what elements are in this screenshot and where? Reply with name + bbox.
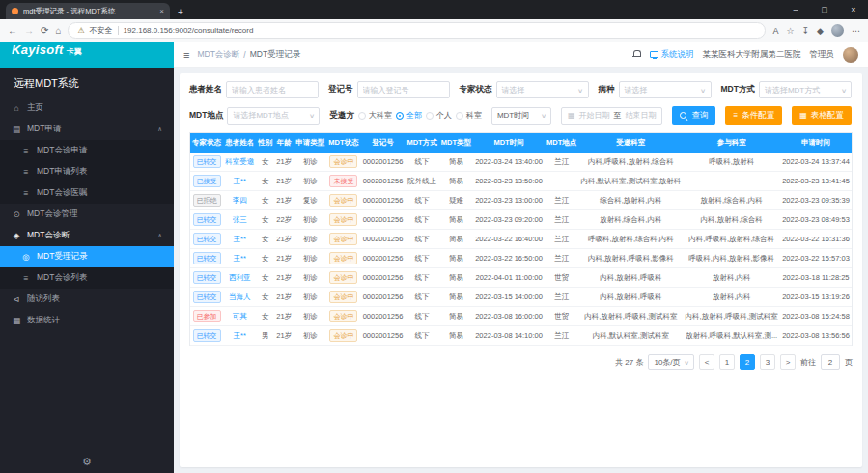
cell-mdt-mode: 线下: [405, 307, 438, 326]
browser-tab[interactable]: mdt受理记录 - 远程MDT系统 ×: [6, 3, 170, 19]
patient-name-link[interactable]: 可其: [233, 312, 247, 320]
next-page-button[interactable]: >: [780, 354, 796, 370]
sidebar-item-mdt-consult-order[interactable]: ≡ MDT会诊医嘱: [0, 182, 174, 204]
patient-name-link[interactable]: 王**: [233, 254, 245, 263]
settings-gear-icon[interactable]: ⚙: [82, 456, 92, 468]
page-button-2[interactable]: 2: [740, 354, 755, 370]
refresh-icon[interactable]: ⟳: [41, 25, 48, 36]
table-header-row: 专家状态患者姓名性别年龄申请类型MDT状态登记号MDT方式MDT类型MDT时间M…: [190, 133, 852, 153]
cell-mdt-place: [545, 172, 578, 191]
cell-apply-type: 初诊: [294, 172, 326, 191]
breadcrumb: MDT会诊断 / MDT受理记录: [197, 49, 300, 61]
tab-favicon-icon: [12, 8, 18, 14]
cell-age: 21岁: [274, 326, 294, 346]
cell-mdt-status: 会诊中: [326, 153, 360, 172]
status-badge: 会诊中: [329, 213, 357, 226]
page-button-1[interactable]: 1: [719, 354, 735, 370]
menu-fold-icon[interactable]: ≡: [183, 49, 189, 61]
minimize-button[interactable]: –: [781, 0, 810, 19]
cell-mdt-status: 会诊中: [326, 230, 360, 249]
extensions-icon[interactable]: ◆: [817, 26, 824, 36]
browser-menu-icon[interactable]: ⋯: [852, 26, 860, 36]
cell-participating-depts: [683, 172, 780, 191]
column-header: 受邀科室: [578, 133, 683, 153]
tab-close-icon[interactable]: ×: [159, 7, 164, 15]
favorites-star-icon[interactable]: ☆: [786, 26, 794, 36]
expert-status-select[interactable]: 请选择 ∨: [496, 81, 589, 98]
radio-icon: [426, 112, 434, 120]
cell-gender: 男: [256, 326, 274, 346]
cell-expert-status: 已转交: [190, 210, 223, 230]
read-aloud-icon[interactable]: A: [772, 26, 778, 36]
cell-mdt-place: 兰江: [545, 153, 578, 172]
table-row: 已参加可其女21岁初诊会诊中0002001256线下简易2022-03-08 1…: [190, 307, 852, 326]
radio-personal[interactable]: 个人: [426, 110, 452, 121]
sidebar-item-statistics[interactable]: ▦ 数据统计: [0, 310, 174, 331]
sidebar-item-mdt-diagnose[interactable]: ◈ MDT会诊断 ∧: [0, 225, 174, 246]
radio-all[interactable]: 全部: [396, 110, 422, 121]
cell-register-no: 0002001256: [361, 153, 406, 172]
forward-icon[interactable]: →: [24, 25, 34, 36]
prev-page-button[interactable]: <: [699, 354, 714, 370]
back-icon[interactable]: ←: [8, 25, 17, 36]
patient-name-link[interactable]: 科室受邀: [225, 157, 254, 166]
goto-page-input[interactable]: [821, 354, 840, 370]
system-help-link[interactable]: 系统说明: [650, 49, 694, 61]
page-size-select[interactable]: 10条/页 ∨: [648, 354, 694, 370]
browser-home-icon[interactable]: ⌂: [55, 25, 61, 36]
radio-big-department[interactable]: 大科室: [358, 110, 392, 121]
browser-profile-avatar[interactable]: [831, 24, 844, 37]
sidebar-item-mdt-consult-apply[interactable]: ≡ MDT会诊申请: [0, 140, 174, 161]
sidebar-item-home[interactable]: ⌂ 主页: [0, 97, 174, 119]
condition-config-button[interactable]: ≡ 条件配置: [725, 106, 782, 125]
sidebar-item-mdt-consult-list[interactable]: ≡ MDT会诊列表: [0, 267, 174, 289]
table-config-button[interactable]: ▦ 表格配置: [792, 106, 852, 125]
sidebar-item-mdt-apply-list[interactable]: ≡ MDT申请列表: [0, 161, 174, 182]
patient-name-link[interactable]: 李四: [233, 196, 247, 205]
cell-register-no: 0002001256: [361, 268, 406, 288]
patient-name-link[interactable]: 王**: [233, 235, 245, 243]
cell-name: 当海人: [223, 288, 256, 307]
cell-apply-time: 2022-03-23 13:41:45: [780, 172, 852, 191]
patient-name-input[interactable]: [226, 81, 319, 98]
user-avatar[interactable]: [843, 47, 858, 63]
search-button[interactable]: 查询: [672, 106, 715, 125]
date-range-picker[interactable]: ▦ 开始日期 至 结束日期: [561, 107, 663, 125]
time-field-select[interactable]: MDT时间 ∨: [491, 107, 551, 125]
sidebar-item-followup-list[interactable]: ⊲ 随访列表: [0, 289, 174, 310]
maximize-button[interactable]: □: [810, 0, 839, 19]
column-header: MDT地点: [545, 133, 578, 153]
sidebar-item-mdt-acceptance-records[interactable]: ◎ MDT受理记录: [0, 246, 174, 267]
downloads-icon[interactable]: ↧: [802, 26, 810, 36]
bell-icon[interactable]: [632, 50, 641, 59]
close-button[interactable]: ×: [839, 0, 868, 19]
sidebar-item-mdt-consult-manage[interactable]: ⊙ MDT会诊管理: [0, 204, 174, 225]
radio-department[interactable]: 科室: [456, 110, 482, 121]
status-badge: 已参加: [193, 310, 221, 322]
patient-name-link[interactable]: 王**: [233, 331, 245, 340]
register-no-input[interactable]: [357, 81, 450, 98]
column-header: MDT类型: [439, 133, 473, 153]
browser-toolbar: ← → ⟳ ⌂ ⚠ 不安全 192.168.0.156:9002/consult…: [0, 19, 868, 42]
mdt-mode-select[interactable]: 请选择MDT方式 ∨: [759, 81, 852, 98]
cell-invited-depts: 内科,默认科室,测试科室: [578, 326, 683, 346]
chevron-up-icon: ∧: [157, 232, 162, 239]
mdt-place-select[interactable]: 请选择MDT地点 ∨: [227, 107, 320, 125]
disease-select[interactable]: 请选择 ∨: [619, 81, 712, 98]
new-tab-button[interactable]: +: [178, 7, 183, 17]
patient-name-link[interactable]: 当海人: [229, 292, 251, 301]
page-button-3[interactable]: 3: [760, 354, 775, 370]
radio-label: 大科室: [369, 110, 392, 121]
end-date-placeholder: 结束日期: [625, 110, 656, 121]
cell-age: 21岁: [274, 288, 294, 307]
sidebar-item-label: MDT申请列表: [37, 166, 87, 178]
sidebar-item-mdt-apply[interactable]: ▤ MDT申请 ∧: [0, 119, 174, 140]
patient-name-link[interactable]: 张三: [233, 215, 247, 224]
address-bar[interactable]: ⚠ 不安全 192.168.0.156:9002/consultate/reco…: [68, 22, 766, 39]
total-count: 共 27 条: [615, 357, 643, 368]
cell-name: 李四: [223, 191, 256, 210]
cell-name: 西利亚: [223, 268, 256, 288]
patient-name-link[interactable]: 西利亚: [229, 273, 251, 282]
patient-name-link[interactable]: 王**: [233, 177, 245, 185]
cell-mdt-type: 简易: [439, 249, 473, 268]
